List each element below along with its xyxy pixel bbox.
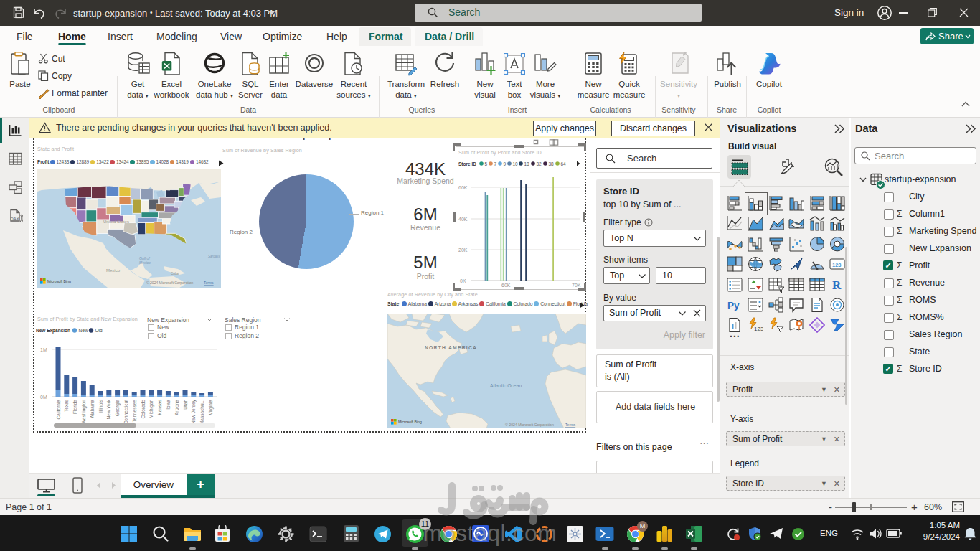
svg-text:123: 123 [754,326,763,332]
svg-text:Massachu...: Massachu... [199,400,204,425]
svg-text:40K: 40K [458,217,468,222]
svg-text:Michigan: Michigan [149,400,154,418]
svg-text:Sargass: Sargass [208,255,220,258]
svg-text:20K: 20K [458,248,468,253]
svg-text:Store ID: Store ID [458,161,476,166]
svg-text:60K: 60K [458,185,468,190]
svg-text:Mexico: Mexico [139,260,151,265]
svg-text:18: 18 [524,161,530,166]
svg-text:0K: 0K [460,278,466,283]
svg-text:© 2024 Microsoft Corporation: © 2024 Microsoft Corporation [146,281,194,285]
svg-text:Kansas: Kansas [157,399,162,415]
svg-text:DAX: DAX [11,217,19,221]
svg-text:Connecticut: Connecticut [123,400,128,425]
svg-text:Terms: Terms [204,281,214,285]
svg-text:Atlantic Ocean: Atlantic Ocean [490,383,522,388]
svg-text:United States: United States [103,220,129,224]
svg-text:Terms: Terms [565,423,576,427]
svg-text:10: 10 [513,161,519,166]
svg-text:NORTH AMERICA: NORTH AMERICA [425,345,477,350]
svg-text:Sum of Profit by State and New: Sum of Profit by State and New Expansion [37,316,138,322]
svg-text:123: 123 [832,262,842,268]
svg-text:1M: 1M [40,347,47,352]
svg-text:0M: 0M [40,395,47,400]
svg-text:Cuba: Cuba [171,272,179,276]
svg-text:Georgia: Georgia [115,400,121,417]
svg-text:Sum of Profit by Profit and St: Sum of Profit by Profit and Store ID [458,149,542,156]
svg-text:Mexico: Mexico [106,268,121,273]
svg-text:Illinois: Illinois [98,399,103,413]
svg-text:Microsoft Bing: Microsoft Bing [398,420,422,424]
svg-text:New Jersey: New Jersey [191,399,197,424]
svg-text:Florida: Florida [72,400,77,414]
svg-text:Tennessee: Tennessee [132,400,137,423]
svg-text:R: R [832,278,842,292]
svg-text:Texas: Texas [64,399,69,412]
svg-text:New Expansion: New Expansion [36,328,70,334]
svg-text:New York: New York [106,399,111,419]
svg-text:9: 9 [504,161,507,166]
svg-text:Alabama: Alabama [90,400,95,418]
svg-text:Py: Py [727,300,740,311]
svg-text:38: 38 [549,161,555,166]
svg-text:5: 5 [485,161,488,166]
svg-text:64: 64 [561,161,567,166]
svg-text:Old: Old [95,328,103,333]
svg-text:7: 7 [494,161,497,166]
svg-text:Virginia: Virginia [208,400,214,415]
svg-text:Microsoft Bing: Microsoft Bing [47,279,71,283]
svg-text:Colorado: Colorado [141,400,146,419]
svg-text:32: 32 [537,161,542,166]
svg-text:Iowa: Iowa [166,400,171,410]
svg-text:60K: 60K [501,283,511,288]
svg-text:Utah: Utah [183,400,188,410]
svg-text:Arizona: Arizona [174,400,179,415]
svg-text:© 2024 Microsoft Corporation: © 2024 Microsoft Corporation [505,423,554,427]
svg-text:New: New [79,328,88,333]
svg-text:Washington: Washington [81,400,87,424]
svg-text:California: California [56,400,61,420]
